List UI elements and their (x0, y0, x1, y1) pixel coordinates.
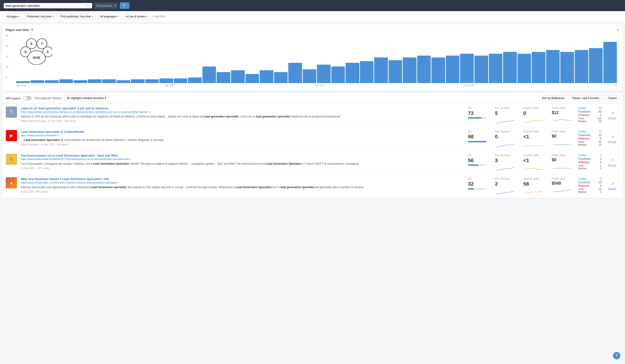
location-select[interactable]: Everywhere (94, 2, 118, 9)
chart-bar[interactable] (246, 74, 259, 83)
one-page-toggle[interactable] (23, 96, 32, 100)
ref-domains-value: 0 (495, 134, 498, 140)
pinterest-label: Pinterest (578, 137, 589, 140)
details-button[interactable]: Details (608, 164, 617, 167)
chart-bar[interactable] (217, 72, 230, 83)
ref-domains-sparkline (495, 164, 516, 171)
sort-button[interactable]: Sort by Relevance (539, 95, 567, 101)
chart-bar[interactable] (102, 79, 116, 83)
y-label-45: 45 (6, 45, 8, 47)
traffic-value-value: $12 (552, 110, 559, 115)
result-url[interactable]: https://www.youtube.com/watch ▾ (21, 134, 462, 137)
chart-bar[interactable] (460, 54, 474, 83)
search-input[interactable] (6, 4, 85, 7)
dr-bar-fill (468, 117, 481, 119)
first-published-filter[interactable]: First published: Any time (58, 13, 96, 20)
result-url[interactable]: https://www.ticbeat.com/empresa-b2b/que-… (21, 111, 462, 114)
median-count: 36 (599, 120, 601, 122)
chart-bar[interactable] (145, 79, 159, 83)
chart-bar[interactable] (45, 80, 59, 83)
chart-bar[interactable] (345, 63, 359, 83)
chart-bar[interactable] (188, 77, 202, 83)
live-broken-filter[interactable]: Live & broken (123, 13, 150, 20)
chart-bar[interactable] (446, 56, 460, 83)
twitter-label: Twitter (578, 130, 586, 133)
total-count: 45 (599, 141, 601, 143)
chart-bar[interactable] (560, 52, 574, 83)
chart-bar[interactable] (202, 66, 216, 83)
highlight-unlinked-button[interactable]: ⛓ Highlight unlinked domains ▾ (64, 95, 109, 101)
chart-bar[interactable] (159, 78, 173, 83)
median-row: Median 36 (578, 120, 601, 122)
chart-bar[interactable] (575, 50, 589, 83)
all-languages-filter[interactable]: All languages (97, 13, 122, 20)
chart-bar[interactable] (303, 69, 316, 83)
add-filter-button[interactable]: + Add filter (152, 15, 165, 18)
result-snippet: Apenas un 16% de las empresas afirma que… (21, 115, 462, 119)
chart-bar[interactable] (274, 72, 288, 83)
traffic-value-label: Traffic value (552, 107, 565, 109)
traffic-value-sparkline (552, 140, 573, 147)
chart-bar[interactable] (59, 79, 73, 83)
organic-traffic-sparkline (523, 188, 544, 195)
chart-bar[interactable] (16, 81, 30, 83)
chart-bar[interactable] (317, 65, 331, 83)
social-stats: Twitter 25 Facebook 20 Pinterest 0 Total… (578, 130, 601, 148)
search-button[interactable]: 🔍 (120, 2, 129, 9)
chart-help-icon[interactable]: ? (31, 28, 34, 31)
chart-bar[interactable] (503, 52, 517, 83)
trends-button[interactable]: Trends: Last 6 months (569, 95, 602, 101)
chart-bar[interactable] (474, 56, 488, 83)
median-row: Median 20 (578, 143, 601, 146)
details-button[interactable]: Details (608, 141, 617, 144)
chart-bar[interactable] (518, 54, 531, 83)
table-row: ▶ Lead Generation Specialist @ CultureSt… (2, 127, 623, 151)
dr-metric: DR 73 (466, 107, 489, 124)
pinterest-label: Pinterest (578, 161, 589, 164)
export-button[interactable]: ↓ Export (604, 95, 619, 101)
traffic-value-label: Traffic value (552, 130, 565, 133)
result-url[interactable]: https://www.virtual-sales.com/why-your-b… (21, 181, 462, 184)
chart-bar[interactable] (231, 70, 245, 83)
chart-bar[interactable] (131, 79, 145, 83)
details-col: ↗ Details (605, 107, 619, 124)
chart-bar[interactable] (417, 56, 431, 83)
chart-bar[interactable] (117, 80, 130, 83)
all-pages-filter[interactable]: All pages (4, 13, 22, 20)
result-title[interactable]: Why Your Business Needs a Lead Generatio… (21, 177, 462, 181)
result-title[interactable]: Tua Assicurazioni cerca Lead Generation … (21, 154, 462, 157)
chart-bar[interactable] (260, 70, 273, 83)
chart-bar[interactable] (88, 79, 102, 83)
details-button[interactable]: Details (608, 117, 617, 120)
chart-bar[interactable] (73, 80, 87, 83)
chart-bar[interactable] (288, 63, 302, 83)
chart-bar[interactable] (374, 58, 388, 83)
chart-bar[interactable] (603, 42, 617, 83)
result-meta: 3 Dec 2015 · 805 words (21, 190, 462, 193)
chart-bar[interactable] (532, 52, 545, 83)
chart-bar[interactable] (331, 66, 345, 83)
result-title[interactable]: ¿Qué es un 'lead generation specialist' … (21, 107, 462, 110)
traffic-value-metric: Traffic value $0 (550, 130, 574, 148)
result-title[interactable]: Lead Generation Specialist @ CultureStud… (21, 130, 462, 133)
details-button[interactable]: Details (608, 187, 617, 191)
x-label-oct2018: Oct 2018 (465, 84, 474, 87)
chart-bar[interactable] (360, 61, 374, 83)
chart-bar[interactable] (546, 50, 560, 83)
chart-bar[interactable] (389, 60, 402, 83)
dr-metric: DR 32 (466, 177, 489, 195)
chart-bar[interactable] (31, 80, 44, 83)
search-clear-icon[interactable]: × (86, 4, 88, 7)
live-dot-icon (126, 16, 128, 17)
chart-bar[interactable] (431, 58, 445, 83)
chart-bar[interactable] (174, 78, 188, 83)
result-url[interactable]: https://www.spotandweb.it/news/819277/tu… (21, 158, 462, 161)
published-filter[interactable]: Published: Any time (24, 13, 56, 20)
search-help-icon[interactable]: ? (89, 4, 90, 7)
chart-collapse-button[interactable]: ∧ (617, 28, 619, 32)
chart-bar[interactable] (489, 54, 503, 83)
traffic-value-label: Traffic value (552, 154, 565, 156)
chart-bar[interactable] (589, 48, 603, 83)
chart-bar[interactable] (403, 58, 416, 83)
result-snippet: Improve and double your appointments wit… (21, 185, 462, 189)
